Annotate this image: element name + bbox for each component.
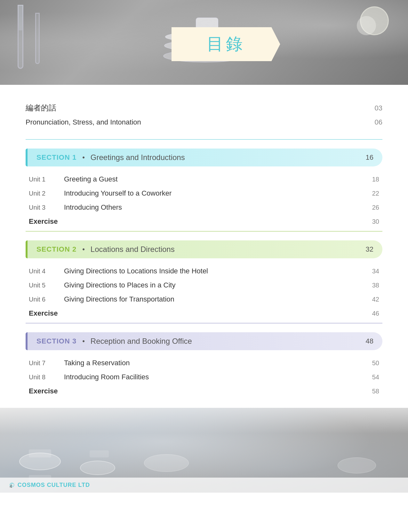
section-header-3: SECTION 3 • Reception and Booking Office…	[26, 332, 382, 350]
exercise-page: 30	[372, 218, 379, 225]
section-label-3: SECTION 3	[36, 337, 76, 345]
prelim-page-1: 03	[375, 104, 382, 112]
section-title-1: Greetings and Introductions	[91, 153, 185, 162]
table-art-3	[144, 454, 189, 472]
main-content: 編者的話 03 Pronunciation, Stress, and Inton…	[0, 85, 408, 398]
unit-list-3: Unit 7 Taking a Reservation 50 Unit 8 In…	[26, 356, 382, 398]
prelim-page-2: 06	[375, 118, 382, 126]
table-art-4	[338, 457, 376, 473]
exercise-row-1: Exercise 30	[26, 214, 382, 229]
unit-page: 18	[372, 176, 379, 183]
footer-bar: © COSMOS CULTURE LTD	[0, 478, 408, 493]
page-number: 4	[10, 484, 12, 489]
exercise-page: 58	[372, 388, 379, 395]
section-page-1: 16	[366, 153, 373, 162]
unit-page: 42	[372, 296, 379, 303]
unit-label: Unit 1	[29, 176, 64, 183]
unit-page: 38	[372, 282, 379, 289]
table-art-2	[80, 461, 115, 475]
unit-row: Unit 5 Giving Directions to Places in a …	[26, 278, 382, 292]
unit-title: Giving Directions to Locations Inside th…	[64, 267, 366, 275]
section-header-left-2: SECTION 2 • Locations and Directions	[36, 245, 175, 254]
unit-label: Unit 3	[29, 204, 64, 211]
bottom-banner: © COSMOS CULTURE LTD 4	[0, 408, 408, 493]
copyright-text: COSMOS CULTURE LTD	[18, 482, 90, 488]
page-title: 目錄	[197, 33, 255, 55]
unit-label: Unit 7	[29, 359, 64, 367]
unit-page: 34	[372, 268, 379, 275]
unit-title: Taking a Reservation	[64, 359, 366, 367]
unit-label: Unit 4	[29, 268, 64, 275]
sections-container: SECTION 1 • Greetings and Introductions …	[26, 139, 382, 398]
unit-page: 54	[372, 374, 379, 381]
fog-overlay	[0, 408, 408, 433]
unit-page: 50	[372, 359, 379, 367]
unit-row: Unit 3 Introducing Others 26	[26, 200, 382, 214]
unit-page: 22	[372, 190, 379, 197]
unit-title: Greeting a Guest	[64, 175, 366, 183]
section-dot-1: •	[82, 153, 85, 162]
unit-list-1: Unit 1 Greeting a Guest 18 Unit 2 Introd…	[26, 172, 382, 229]
unit-title: Introducing Yourself to a Coworker	[64, 189, 366, 197]
unit-row: Unit 2 Introducing Yourself to a Coworke…	[26, 186, 382, 200]
prelim-label-2: Pronunciation, Stress, and Intonation	[26, 118, 141, 126]
unit-title: Introducing Others	[64, 203, 366, 212]
section-header-left-1: SECTION 1 • Greetings and Introductions	[36, 153, 185, 162]
top-banner: 目錄	[0, 0, 408, 85]
section-dot-2: •	[82, 245, 85, 254]
chair-3	[90, 450, 109, 457]
section-page-3: 48	[366, 337, 373, 345]
title-label: 目錄	[172, 27, 280, 61]
chair-1	[29, 449, 51, 457]
unit-label: Unit 8	[29, 374, 64, 381]
section-page-2: 32	[366, 245, 373, 254]
exercise-label: Exercise	[29, 217, 58, 226]
section-header-2: SECTION 2 • Locations and Directions 32	[26, 240, 382, 258]
exercise-page: 46	[372, 310, 379, 317]
unit-row: Unit 7 Taking a Reservation 50	[26, 356, 382, 370]
unit-title: Giving Directions to Places in a City	[64, 281, 366, 289]
prelim-label-1: 編者的話	[26, 103, 56, 113]
section-header-left-3: SECTION 3 • Reception and Booking Office	[36, 337, 192, 346]
unit-label: Unit 6	[29, 296, 64, 303]
unit-row: Unit 1 Greeting a Guest 18	[26, 172, 382, 186]
exercise-label: Exercise	[29, 309, 58, 318]
unit-page: 26	[372, 204, 379, 211]
unit-row: Unit 4 Giving Directions to Locations In…	[26, 264, 382, 278]
section-title-3: Reception and Booking Office	[91, 337, 192, 346]
section-dot-3: •	[82, 337, 85, 345]
section-header-1: SECTION 1 • Greetings and Introductions …	[26, 149, 382, 166]
prelim-section: 編者的話 03 Pronunciation, Stress, and Inton…	[26, 100, 382, 129]
unit-row: Unit 6 Giving Directions for Transportat…	[26, 292, 382, 306]
unit-label: Unit 2	[29, 190, 64, 197]
section-label-1: SECTION 1	[36, 153, 76, 162]
section-label-2: SECTION 2	[36, 245, 76, 254]
exercise-label: Exercise	[29, 387, 58, 395]
exercise-row-2: Exercise 46	[26, 306, 382, 320]
prelim-row-2: Pronunciation, Stress, and Intonation 06	[26, 116, 382, 129]
section-title-2: Locations and Directions	[91, 245, 175, 254]
unit-title: Introducing Room Facilities	[64, 373, 366, 381]
prelim-row-1: 編者的話 03	[26, 100, 382, 116]
unit-title: Giving Directions for Transportation	[64, 295, 366, 303]
exercise-row-3: Exercise 58	[26, 384, 382, 398]
unit-list-2: Unit 4 Giving Directions to Locations In…	[26, 264, 382, 320]
unit-row: Unit 8 Introducing Room Facilities 54	[26, 370, 382, 384]
unit-label: Unit 5	[29, 282, 64, 289]
